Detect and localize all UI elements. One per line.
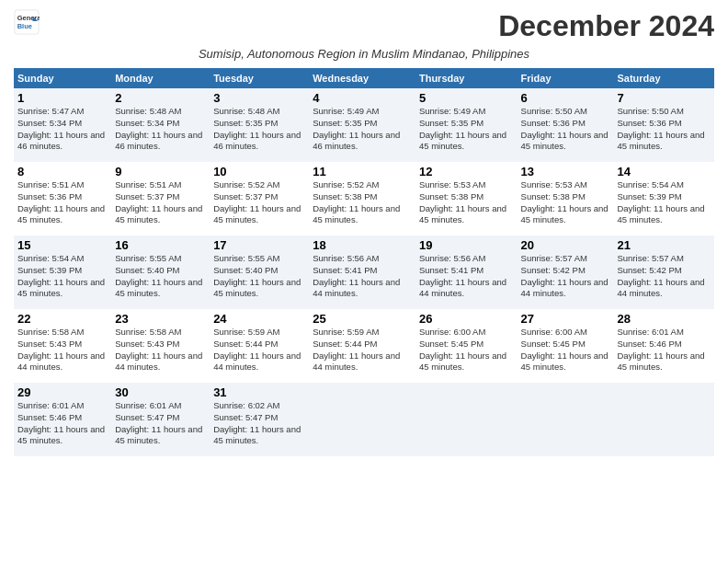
day-info: Sunrise: 5:56 AMSunset: 5:41 PMDaylight:… xyxy=(313,253,400,298)
day-info: Sunrise: 6:00 AMSunset: 5:45 PMDaylight:… xyxy=(419,327,506,372)
day-info: Sunrise: 5:52 AMSunset: 5:38 PMDaylight:… xyxy=(313,179,400,224)
day-number: 5 xyxy=(419,91,514,105)
day-info: Sunrise: 6:01 AMSunset: 5:47 PMDaylight:… xyxy=(115,400,202,445)
logo-icon: General Blue xyxy=(14,9,40,35)
day-info: Sunrise: 5:55 AMSunset: 5:40 PMDaylight:… xyxy=(213,253,301,298)
calendar-cell: 10 Sunrise: 5:52 AMSunset: 5:37 PMDaylig… xyxy=(210,162,309,236)
day-number: 12 xyxy=(419,165,514,178)
calendar-cell: 22 Sunrise: 5:58 AMSunset: 5:43 PMDaylig… xyxy=(14,309,111,383)
day-number: 18 xyxy=(313,238,412,252)
calendar-cell: 3 Sunrise: 5:48 AMSunset: 5:35 PMDayligh… xyxy=(210,88,309,162)
day-number: 7 xyxy=(617,91,711,105)
calendar-cell: 29 Sunrise: 6:01 AMSunset: 5:46 PMDaylig… xyxy=(14,383,111,456)
calendar-cell: 31 Sunrise: 6:02 AMSunset: 5:47 PMDaylig… xyxy=(210,383,309,456)
calendar-cell: 15 Sunrise: 5:54 AMSunset: 5:39 PMDaylig… xyxy=(14,236,111,309)
calendar-cell: 13 Sunrise: 5:53 AMSunset: 5:38 PMDaylig… xyxy=(518,162,614,236)
day-number: 13 xyxy=(521,165,610,178)
day-info: Sunrise: 5:56 AMSunset: 5:41 PMDaylight:… xyxy=(419,253,506,298)
calendar-cell: 28 Sunrise: 6:01 AMSunset: 5:46 PMDaylig… xyxy=(613,309,714,383)
day-number: 10 xyxy=(213,165,305,178)
day-info: Sunrise: 5:49 AMSunset: 5:35 PMDaylight:… xyxy=(313,106,400,151)
calendar-cell: 18 Sunrise: 5:56 AMSunset: 5:41 PMDaylig… xyxy=(309,236,415,309)
day-info: Sunrise: 6:00 AMSunset: 5:45 PMDaylight:… xyxy=(521,327,609,372)
day-info: Sunrise: 5:47 AMSunset: 5:34 PMDaylight:… xyxy=(17,106,105,151)
calendar-row-1: 1 Sunrise: 5:47 AMSunset: 5:34 PMDayligh… xyxy=(14,88,714,162)
day-number: 31 xyxy=(213,385,305,399)
day-number: 16 xyxy=(115,238,206,252)
day-number: 9 xyxy=(115,165,206,178)
day-info: Sunrise: 5:58 AMSunset: 5:43 PMDaylight:… xyxy=(115,327,202,372)
calendar-cell: 9 Sunrise: 5:51 AMSunset: 5:37 PMDayligh… xyxy=(111,162,210,236)
calendar-cell: 20 Sunrise: 5:57 AMSunset: 5:42 PMDaylig… xyxy=(518,236,614,309)
calendar-header-row: Sunday Monday Tuesday Wednesday Thursday… xyxy=(14,68,714,88)
calendar-cell: 16 Sunrise: 5:55 AMSunset: 5:40 PMDaylig… xyxy=(111,236,210,309)
calendar-row-4: 22 Sunrise: 5:58 AMSunset: 5:43 PMDaylig… xyxy=(14,309,714,383)
calendar-row-5: 29 Sunrise: 6:01 AMSunset: 5:46 PMDaylig… xyxy=(14,383,714,456)
day-number: 22 xyxy=(17,312,108,326)
day-number: 2 xyxy=(115,91,206,105)
header-wednesday: Wednesday xyxy=(309,68,415,88)
day-number: 21 xyxy=(617,238,711,252)
day-info: Sunrise: 5:53 AMSunset: 5:38 PMDaylight:… xyxy=(419,179,506,224)
day-number: 17 xyxy=(213,238,305,252)
calendar-row-3: 15 Sunrise: 5:54 AMSunset: 5:39 PMDaylig… xyxy=(14,236,714,309)
calendar-cell: 25 Sunrise: 5:59 AMSunset: 5:44 PMDaylig… xyxy=(309,309,415,383)
day-number: 6 xyxy=(521,91,610,105)
day-number: 30 xyxy=(115,385,206,399)
calendar-cell: 4 Sunrise: 5:49 AMSunset: 5:35 PMDayligh… xyxy=(309,88,415,162)
calendar-cell: 19 Sunrise: 5:56 AMSunset: 5:41 PMDaylig… xyxy=(415,236,518,309)
header-friday: Friday xyxy=(518,68,614,88)
header-monday: Monday xyxy=(111,68,210,88)
calendar-cell xyxy=(415,383,518,456)
day-info: Sunrise: 6:02 AMSunset: 5:47 PMDaylight:… xyxy=(213,400,301,445)
day-number: 27 xyxy=(521,312,610,326)
day-info: Sunrise: 5:48 AMSunset: 5:34 PMDaylight:… xyxy=(115,106,202,151)
day-number: 1 xyxy=(17,91,108,105)
header-thursday: Thursday xyxy=(415,68,518,88)
month-title: December 2024 xyxy=(498,9,714,43)
day-info: Sunrise: 5:57 AMSunset: 5:42 PMDaylight:… xyxy=(521,253,609,298)
day-info: Sunrise: 6:01 AMSunset: 5:46 PMDaylight:… xyxy=(17,400,105,445)
page-subtitle: Sumisip, Autonomous Region in Muslim Min… xyxy=(14,47,714,61)
day-number: 26 xyxy=(419,312,514,326)
calendar-cell: 30 Sunrise: 6:01 AMSunset: 5:47 PMDaylig… xyxy=(111,383,210,456)
svg-text:Blue: Blue xyxy=(17,22,32,30)
day-info: Sunrise: 5:55 AMSunset: 5:40 PMDaylight:… xyxy=(115,253,202,298)
calendar-cell: 12 Sunrise: 5:53 AMSunset: 5:38 PMDaylig… xyxy=(415,162,518,236)
calendar-cell: 21 Sunrise: 5:57 AMSunset: 5:42 PMDaylig… xyxy=(613,236,714,309)
header-saturday: Saturday xyxy=(613,68,714,88)
calendar-cell: 11 Sunrise: 5:52 AMSunset: 5:38 PMDaylig… xyxy=(309,162,415,236)
day-number: 25 xyxy=(313,312,412,326)
day-number: 28 xyxy=(617,312,711,326)
day-info: Sunrise: 5:54 AMSunset: 5:39 PMDaylight:… xyxy=(17,253,105,298)
calendar-cell: 27 Sunrise: 6:00 AMSunset: 5:45 PMDaylig… xyxy=(518,309,614,383)
calendar-cell: 26 Sunrise: 6:00 AMSunset: 5:45 PMDaylig… xyxy=(415,309,518,383)
day-number: 19 xyxy=(419,238,514,252)
calendar-row-2: 8 Sunrise: 5:51 AMSunset: 5:36 PMDayligh… xyxy=(14,162,714,236)
day-number: 8 xyxy=(17,165,108,178)
day-number: 14 xyxy=(617,165,711,178)
calendar-cell: 1 Sunrise: 5:47 AMSunset: 5:34 PMDayligh… xyxy=(14,88,111,162)
day-number: 29 xyxy=(17,385,108,399)
header-tuesday: Tuesday xyxy=(210,68,309,88)
day-number: 20 xyxy=(521,238,610,252)
day-info: Sunrise: 5:50 AMSunset: 5:36 PMDaylight:… xyxy=(521,106,609,151)
calendar-table: Sunday Monday Tuesday Wednesday Thursday… xyxy=(14,68,714,456)
calendar-cell: 23 Sunrise: 5:58 AMSunset: 5:43 PMDaylig… xyxy=(111,309,210,383)
day-info: Sunrise: 5:59 AMSunset: 5:44 PMDaylight:… xyxy=(313,327,400,372)
day-info: Sunrise: 5:53 AMSunset: 5:38 PMDaylight:… xyxy=(521,179,609,224)
calendar-cell xyxy=(309,383,415,456)
day-info: Sunrise: 6:01 AMSunset: 5:46 PMDaylight:… xyxy=(617,327,704,372)
calendar-cell: 8 Sunrise: 5:51 AMSunset: 5:36 PMDayligh… xyxy=(14,162,111,236)
calendar-cell: 5 Sunrise: 5:49 AMSunset: 5:35 PMDayligh… xyxy=(415,88,518,162)
calendar-cell xyxy=(518,383,614,456)
day-info: Sunrise: 5:58 AMSunset: 5:43 PMDaylight:… xyxy=(17,327,105,372)
header-sunday: Sunday xyxy=(14,68,111,88)
calendar-cell: 6 Sunrise: 5:50 AMSunset: 5:36 PMDayligh… xyxy=(518,88,614,162)
calendar-cell: 14 Sunrise: 5:54 AMSunset: 5:39 PMDaylig… xyxy=(613,162,714,236)
day-info: Sunrise: 5:51 AMSunset: 5:37 PMDaylight:… xyxy=(115,179,202,224)
day-info: Sunrise: 5:57 AMSunset: 5:42 PMDaylight:… xyxy=(617,253,704,298)
day-number: 11 xyxy=(313,165,412,178)
calendar-cell xyxy=(613,383,714,456)
day-info: Sunrise: 5:48 AMSunset: 5:35 PMDaylight:… xyxy=(213,106,301,151)
